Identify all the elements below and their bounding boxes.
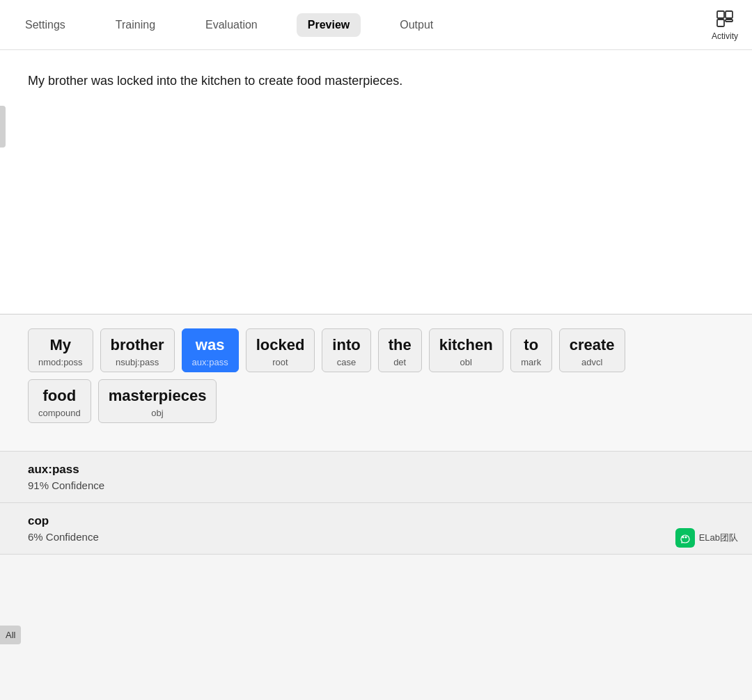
main-content: My brother was locked into the kitchen t…	[0, 50, 752, 555]
token-card[interactable]: masterpiecesobj	[98, 379, 217, 423]
info-label: aux:pass	[28, 463, 724, 477]
token-row-2: foodcompoundmasterpiecesobj	[28, 379, 724, 423]
token-dep: aux:pass	[192, 357, 228, 367]
token-dep: det	[393, 357, 406, 367]
info-row: cop6% Confidence	[0, 503, 752, 555]
token-card[interactable]: wasaux:pass	[182, 328, 239, 372]
token-card[interactable]: createadvcl	[559, 328, 625, 372]
svg-rect-2	[717, 19, 724, 26]
token-card[interactable]: lockedroot	[246, 328, 315, 372]
token-word: kitchen	[439, 336, 493, 354]
token-word: My	[50, 336, 72, 354]
nav-item-evaluation[interactable]: Evaluation	[194, 13, 269, 37]
token-word: brother	[111, 336, 164, 354]
svg-point-5	[684, 536, 687, 539]
token-dep: compound	[38, 408, 81, 418]
sentence-display: My brother was locked into the kitchen t…	[28, 64, 724, 98]
text-area-section: My brother was locked into the kitchen t…	[0, 50, 752, 315]
token-card[interactable]: brothernsubj:pass	[100, 328, 175, 372]
watermark: ELab团队	[675, 528, 738, 548]
token-card[interactable]: kitchenobl	[429, 328, 503, 372]
token-word: was	[196, 336, 225, 354]
token-card[interactable]: intocase	[322, 328, 370, 372]
token-dep: advcl	[581, 357, 602, 367]
info-row: aux:pass91% Confidence	[0, 452, 752, 503]
nav-item-output[interactable]: Output	[389, 13, 444, 37]
token-word: into	[332, 336, 360, 354]
activity-button[interactable]: Activity	[712, 9, 738, 41]
token-card[interactable]: Mynmod:poss	[28, 328, 93, 372]
token-dep: obl	[460, 357, 472, 367]
info-section: aux:pass91% Confidencecop6% Confidence E…	[0, 451, 752, 555]
svg-rect-0	[717, 11, 724, 18]
token-dep: nmod:poss	[38, 357, 83, 367]
token-word: masterpieces	[109, 387, 207, 405]
token-word: food	[43, 387, 77, 405]
token-dep: obj	[151, 408, 163, 418]
activity-icon	[715, 9, 735, 29]
token-word: to	[524, 336, 538, 354]
nav-item-settings[interactable]: Settings	[14, 13, 77, 37]
token-word: locked	[256, 336, 305, 354]
nav-item-training[interactable]: Training	[104, 13, 166, 37]
all-button[interactable]: All	[0, 626, 21, 644]
token-word: create	[570, 336, 615, 354]
top-nav: SettingsTrainingEvaluationPreviewOutput …	[0, 0, 752, 50]
token-card[interactable]: tomark	[510, 328, 552, 372]
token-word: the	[389, 336, 412, 354]
info-label: cop	[28, 514, 724, 528]
info-sublabel: 6% Confidence	[28, 531, 724, 543]
nav-items: SettingsTrainingEvaluationPreviewOutput	[14, 13, 712, 37]
token-card[interactable]: thedet	[378, 328, 422, 372]
token-dep: root	[272, 357, 288, 367]
watermark-text: ELab团队	[699, 532, 738, 544]
info-sublabel: 91% Confidence	[28, 479, 724, 491]
token-section: Mynmod:possbrothernsubj:passwasaux:passl…	[0, 315, 752, 451]
svg-rect-3	[726, 19, 733, 22]
scroll-hint	[0, 106, 6, 148]
token-card[interactable]: foodcompound	[28, 379, 91, 423]
nav-item-preview[interactable]: Preview	[297, 13, 361, 37]
token-dep: case	[337, 357, 356, 367]
wechat-icon	[675, 528, 695, 548]
token-dep: mark	[521, 357, 541, 367]
activity-label: Activity	[712, 31, 738, 41]
token-dep: nsubj:pass	[116, 357, 159, 367]
token-row-1: Mynmod:possbrothernsubj:passwasaux:passl…	[28, 328, 724, 372]
svg-rect-1	[726, 11, 733, 18]
